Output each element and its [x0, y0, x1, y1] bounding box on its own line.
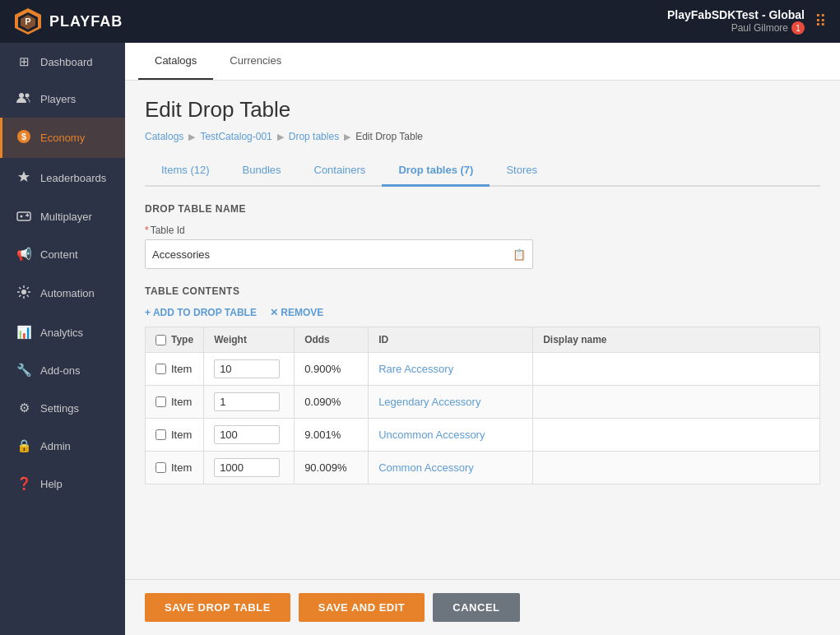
sidebar-label-leaderboards: Leaderboards	[40, 172, 106, 184]
required-star: *	[145, 225, 149, 236]
row-type-0: Item	[171, 363, 192, 375]
section-title-tablecontents: TABLE CONTENTS	[145, 285, 820, 297]
sidebar-label-economy: Economy	[40, 132, 85, 144]
analytics-icon: 📊	[16, 325, 32, 340]
breadcrumb-droptables[interactable]: Drop tables	[289, 131, 339, 142]
field-label-tableid: * Table Id	[145, 225, 820, 236]
sidebar-item-analytics[interactable]: 📊 Analytics	[0, 313, 125, 351]
add-to-drop-table-button[interactable]: + ADD TO DROP TABLE	[145, 307, 257, 318]
sidebar-label-players: Players	[40, 93, 76, 105]
row-id-1: Legendary Accessory	[369, 386, 533, 419]
weight-input-3[interactable]	[214, 458, 280, 477]
row-checkbox-2[interactable]	[155, 429, 166, 440]
breadcrumb-current: Edit Drop Table	[355, 131, 423, 142]
sidebar-item-leaderboards[interactable]: Leaderboards	[0, 158, 125, 198]
svg-rect-8	[17, 212, 30, 220]
row-id-3: Common Accessory	[369, 452, 533, 484]
tab-currencies[interactable]: Currencies	[213, 43, 298, 80]
subtabs: Items (12) Bundles Containers Drop table…	[145, 155, 820, 187]
row-id-0: Rare Accessory	[369, 353, 533, 386]
input-calendar-icon[interactable]: 📋	[513, 248, 526, 261]
id-link-2[interactable]: Uncommon Accessory	[378, 429, 485, 441]
user-info: PlayFabSDKTest - Global Paul Gilmore 1	[667, 8, 805, 35]
row-checkbox-cell: Item	[146, 353, 204, 386]
row-checkbox-1[interactable]	[155, 396, 166, 407]
th-weight: Weight	[204, 327, 295, 353]
select-all-checkbox[interactable]	[155, 335, 166, 345]
top-tabs: Catalogs Currencies	[125, 43, 840, 81]
weight-input-1[interactable]	[214, 392, 280, 411]
breadcrumb: Catalogs ▶ TestCatalog-001 ▶ Drop tables…	[145, 131, 820, 142]
subtab-containers[interactable]: Containers	[298, 155, 383, 187]
sidebar-item-economy[interactable]: $ Economy	[0, 118, 125, 158]
subtab-stores[interactable]: Stores	[490, 155, 554, 187]
save-and-edit-button[interactable]: SAVE AND EDIT	[299, 593, 425, 622]
sidebar-label-help: Help	[40, 478, 63, 490]
weight-input-0[interactable]	[214, 359, 280, 378]
table-row: Item 0.090% Legendary Accessory	[146, 386, 820, 419]
row-odds-2: 9.001%	[295, 419, 369, 452]
save-drop-table-button[interactable]: SAVE DROP TABLE	[145, 593, 290, 622]
table-contents-section: TABLE CONTENTS + ADD TO DROP TABLE ✕ REM…	[145, 285, 820, 484]
subtab-bundles[interactable]: Bundles	[226, 155, 298, 187]
notification-badge: 1	[791, 21, 805, 35]
admin-icon: 🔒	[16, 438, 32, 453]
sidebar-item-players[interactable]: Players	[0, 81, 125, 118]
grid-icon[interactable]: ⠿	[814, 12, 827, 31]
tableid-input[interactable]	[152, 248, 513, 261]
topbar: P PLAYFAB PlayFabSDKTest - Global Paul G…	[0, 0, 840, 43]
sidebar-item-help[interactable]: ❓ Help	[0, 465, 125, 503]
sidebar-item-dashboard[interactable]: ⊞ Dashboard	[0, 43, 125, 81]
row-odds-3: 90.009%	[295, 452, 369, 484]
table-actions: + ADD TO DROP TABLE ✕ REMOVE	[145, 307, 820, 318]
subtab-droptables[interactable]: Drop tables (7)	[382, 155, 490, 187]
th-displayname: Display name	[533, 327, 820, 353]
row-odds-0: 0.900%	[295, 353, 369, 386]
breadcrumb-sep-1: ▶	[188, 132, 195, 142]
user-subtitle: Paul Gilmore 1	[667, 21, 805, 35]
tab-catalogs[interactable]: Catalogs	[138, 43, 213, 80]
tableid-input-wrapper: 📋	[145, 239, 533, 269]
table-row: Item 0.900% Rare Accessory	[146, 353, 820, 386]
drop-table-name-section: DROP TABLE NAME * Table Id 📋	[145, 203, 820, 269]
sidebar-label-addons: Add-ons	[40, 364, 80, 377]
sidebar-item-multiplayer[interactable]: Multiplayer	[0, 198, 125, 235]
svg-text:P: P	[25, 16, 30, 26]
row-type-2: Item	[171, 429, 192, 441]
logo: P PLAYFAB	[13, 7, 123, 36]
svg-rect-11	[27, 214, 29, 217]
sidebar-item-admin[interactable]: 🔒 Admin	[0, 427, 125, 465]
content-area: Catalogs Currencies Edit Drop Table Cata…	[125, 43, 840, 635]
sidebar-label-dashboard: Dashboard	[40, 56, 93, 68]
id-link-3[interactable]: Common Accessory	[378, 461, 474, 474]
topbar-right: PlayFabSDKTest - Global Paul Gilmore 1 ⠿	[667, 8, 827, 35]
breadcrumb-testcatalog[interactable]: TestCatalog-001	[200, 131, 271, 142]
sidebar-item-automation[interactable]: Automation	[0, 273, 125, 313]
row-displayname-1	[533, 386, 820, 419]
sidebar-label-content: Content	[40, 248, 78, 261]
sidebar-item-content[interactable]: 📢 Content	[0, 235, 125, 273]
automation-icon	[16, 285, 32, 302]
project-title: PlayFabSDKTest - Global	[667, 8, 805, 21]
sidebar-item-addons[interactable]: 🔧 Add-ons	[0, 351, 125, 389]
row-checkbox-cell: Item	[146, 419, 204, 452]
sidebar-item-settings[interactable]: ⚙ Settings	[0, 389, 125, 427]
th-checkbox: Type	[146, 327, 204, 353]
id-link-1[interactable]: Legendary Accessory	[378, 396, 480, 408]
row-checkbox-0[interactable]	[155, 364, 166, 374]
weight-input-2[interactable]	[214, 425, 280, 444]
row-checkbox-3[interactable]	[155, 462, 166, 473]
breadcrumb-catalogs[interactable]: Catalogs	[145, 131, 183, 142]
row-displayname-3	[533, 452, 820, 484]
row-weight-0	[204, 353, 295, 386]
row-checkbox-cell: Item	[146, 386, 204, 419]
help-icon: ❓	[16, 476, 32, 491]
svg-text:$: $	[21, 132, 26, 141]
economy-icon: $	[16, 129, 32, 146]
id-link-0[interactable]: Rare Accessory	[378, 363, 453, 375]
sidebar-label-automation: Automation	[40, 287, 95, 299]
subtab-items[interactable]: Items (12)	[145, 155, 226, 187]
leaderboards-icon	[16, 169, 32, 187]
cancel-button[interactable]: CANCEL	[433, 593, 519, 622]
remove-button[interactable]: ✕ REMOVE	[270, 307, 323, 318]
